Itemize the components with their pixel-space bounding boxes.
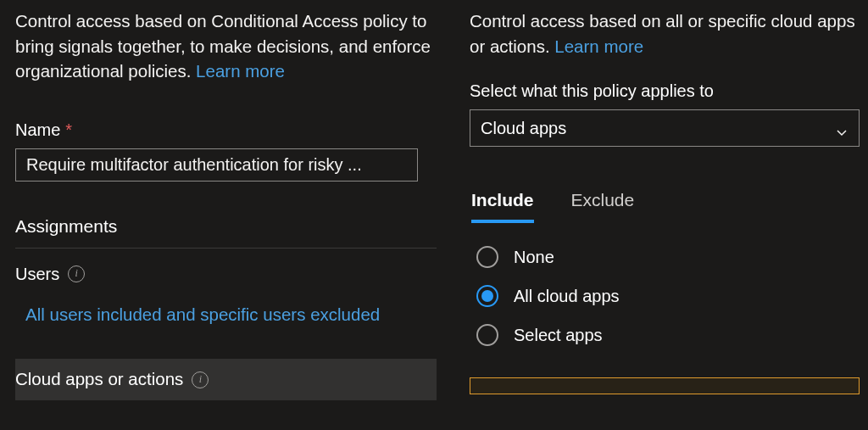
dropdown-value: Cloud apps xyxy=(481,116,566,140)
include-exclude-tabs: Include Exclude xyxy=(470,187,860,222)
users-label: Users xyxy=(15,262,59,286)
users-summary-link[interactable]: All users included and specific users ex… xyxy=(15,303,437,327)
applies-to-dropdown[interactable]: Cloud apps xyxy=(470,109,860,147)
learn-more-link-right[interactable]: Learn more xyxy=(554,36,643,56)
radio-dot-icon xyxy=(481,290,493,302)
chevron-down-icon xyxy=(835,121,849,135)
option-label: All cloud apps xyxy=(514,284,620,308)
name-label: Name * xyxy=(15,118,437,142)
applies-to-label: Select what this policy applies to xyxy=(470,79,860,103)
include-options-group: None All cloud apps Select apps xyxy=(470,245,860,347)
name-label-text: Name xyxy=(15,118,60,142)
info-icon[interactable]: i xyxy=(192,371,209,388)
tab-exclude[interactable]: Exclude xyxy=(571,187,635,222)
policy-name-input[interactable] xyxy=(15,148,418,181)
cloud-apps-label: Cloud apps or actions xyxy=(15,367,183,392)
users-section[interactable]: Users i All users included and specific … xyxy=(15,262,437,327)
required-asterisk: * xyxy=(65,118,72,142)
warning-notice xyxy=(470,377,860,394)
info-icon[interactable]: i xyxy=(68,265,85,282)
cloud-apps-section-selected[interactable]: Cloud apps or actions i xyxy=(15,359,437,400)
assignments-heading: Assignments xyxy=(15,214,437,248)
radio-icon xyxy=(476,324,498,346)
option-label: Select apps xyxy=(514,323,603,347)
option-none[interactable]: None xyxy=(476,245,860,269)
tab-include[interactable]: Include xyxy=(471,187,534,222)
option-select-apps[interactable]: Select apps xyxy=(476,323,860,347)
option-label: None xyxy=(514,245,554,269)
option-all-cloud-apps[interactable]: All cloud apps xyxy=(476,284,860,308)
learn-more-link-left[interactable]: Learn more xyxy=(196,61,285,81)
radio-icon xyxy=(476,246,498,268)
radio-icon-selected xyxy=(476,285,498,307)
cloud-apps-description-text: Control access based on all or specific … xyxy=(470,11,855,56)
